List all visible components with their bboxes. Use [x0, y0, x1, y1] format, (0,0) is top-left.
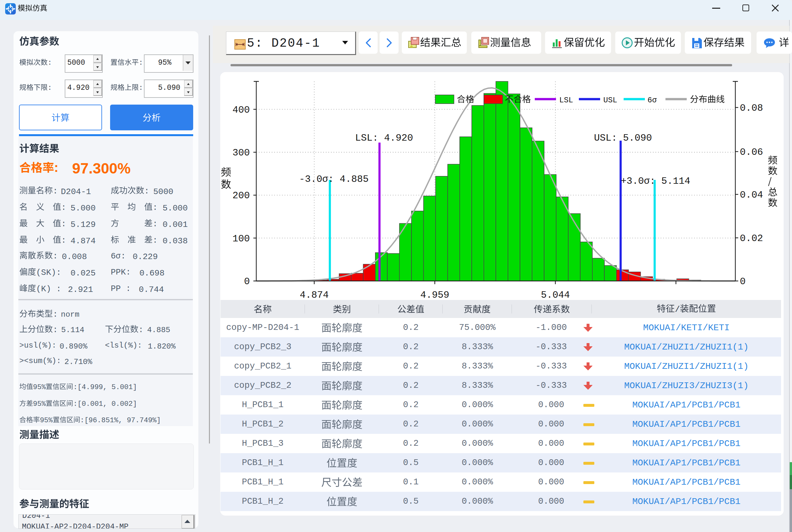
- svg-text:USL: USL: [603, 96, 617, 104]
- svg-text:-3.0σ: 4.885: -3.0σ: 4.885: [299, 174, 369, 185]
- svg-text:100: 100: [232, 233, 250, 244]
- svg-text:6σ: 6σ: [647, 96, 657, 104]
- svg-text:200: 200: [232, 190, 250, 201]
- svg-text:0.08: 0.08: [740, 103, 763, 114]
- svg-text:0: 0: [740, 276, 746, 287]
- svg-text:4.874: 4.874: [300, 290, 329, 299]
- svg-text:LSL: LSL: [559, 96, 573, 104]
- svg-text:5.044: 5.044: [541, 290, 570, 299]
- svg-text:4.959: 4.959: [420, 290, 449, 299]
- svg-text:400: 400: [232, 104, 250, 116]
- svg-text:0.02: 0.02: [740, 233, 763, 244]
- svg-text:+3.0σ: 5.114: +3.0σ: 5.114: [621, 176, 690, 187]
- svg-text:300: 300: [232, 147, 250, 158]
- svg-text:0: 0: [244, 276, 250, 287]
- svg-text:0.04: 0.04: [740, 190, 763, 201]
- svg-text:LSL: 4.920: LSL: 4.920: [355, 133, 413, 144]
- svg-text:USL: 5.090: USL: 5.090: [594, 133, 652, 144]
- svg-text:0.06: 0.06: [740, 147, 763, 158]
